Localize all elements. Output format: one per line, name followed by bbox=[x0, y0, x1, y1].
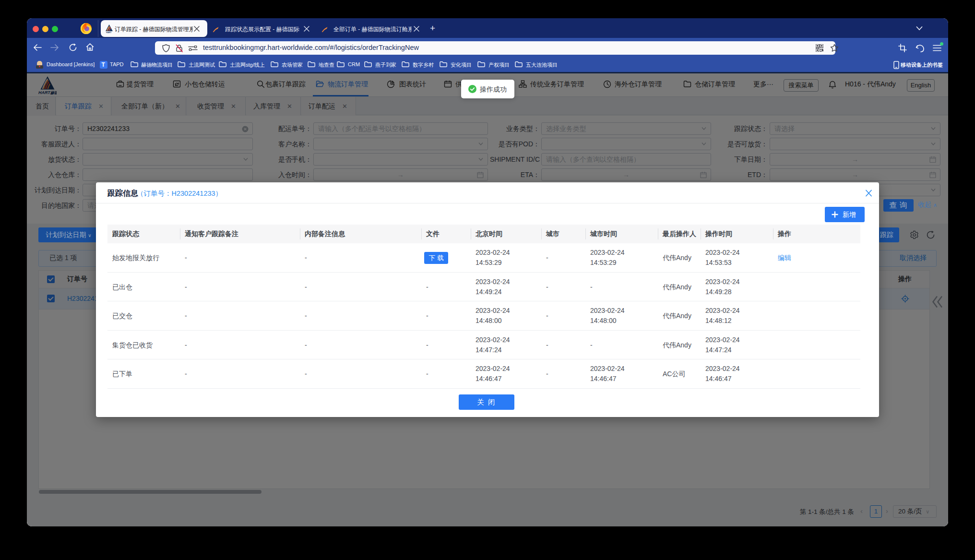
svg-text:HART: HART bbox=[106, 31, 112, 34]
